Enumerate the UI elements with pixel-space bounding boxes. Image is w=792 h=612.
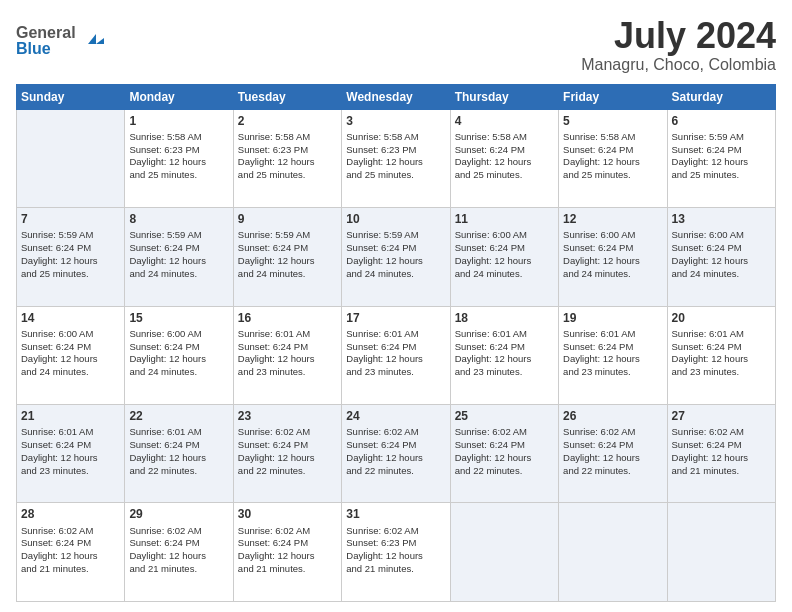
calendar-table: Sunday Monday Tuesday Wednesday Thursday… xyxy=(16,84,776,602)
day-info: Daylight: 12 hours xyxy=(346,156,445,169)
day-info: and 24 minutes. xyxy=(129,268,228,281)
week-row-1: 1Sunrise: 5:58 AMSunset: 6:23 PMDaylight… xyxy=(17,109,776,207)
calendar-cell: 20Sunrise: 6:01 AMSunset: 6:24 PMDayligh… xyxy=(667,306,775,404)
day-info: Sunrise: 6:02 AM xyxy=(672,426,771,439)
svg-marker-2 xyxy=(88,34,96,44)
calendar-cell: 17Sunrise: 6:01 AMSunset: 6:24 PMDayligh… xyxy=(342,306,450,404)
day-info: and 25 minutes. xyxy=(129,169,228,182)
day-info: Daylight: 12 hours xyxy=(129,255,228,268)
day-number: 17 xyxy=(346,310,445,326)
calendar-cell: 3Sunrise: 5:58 AMSunset: 6:23 PMDaylight… xyxy=(342,109,450,207)
day-info: Sunrise: 6:00 AM xyxy=(129,328,228,341)
header-tuesday: Tuesday xyxy=(233,84,341,109)
day-info: Sunset: 6:24 PM xyxy=(238,242,337,255)
day-info: and 23 minutes. xyxy=(455,366,554,379)
day-info: Sunrise: 5:59 AM xyxy=(129,229,228,242)
header-sunday: Sunday xyxy=(17,84,125,109)
day-number: 14 xyxy=(21,310,120,326)
day-number: 4 xyxy=(455,113,554,129)
day-info: Sunset: 6:23 PM xyxy=(129,144,228,157)
calendar-cell: 29Sunrise: 6:02 AMSunset: 6:24 PMDayligh… xyxy=(125,503,233,602)
calendar-cell: 23Sunrise: 6:02 AMSunset: 6:24 PMDayligh… xyxy=(233,405,341,503)
week-row-3: 14Sunrise: 6:00 AMSunset: 6:24 PMDayligh… xyxy=(17,306,776,404)
day-info: and 22 minutes. xyxy=(238,465,337,478)
day-info: Daylight: 12 hours xyxy=(672,452,771,465)
day-info: and 24 minutes. xyxy=(346,268,445,281)
day-info: Daylight: 12 hours xyxy=(21,255,120,268)
day-info: and 21 minutes. xyxy=(238,563,337,576)
day-number: 29 xyxy=(129,506,228,522)
day-number: 3 xyxy=(346,113,445,129)
day-info: Sunset: 6:24 PM xyxy=(672,144,771,157)
day-number: 23 xyxy=(238,408,337,424)
day-info: Sunrise: 6:02 AM xyxy=(238,525,337,538)
day-info: Sunrise: 6:02 AM xyxy=(238,426,337,439)
day-info: Daylight: 12 hours xyxy=(672,156,771,169)
calendar-cell: 16Sunrise: 6:01 AMSunset: 6:24 PMDayligh… xyxy=(233,306,341,404)
day-info: Sunrise: 6:02 AM xyxy=(21,525,120,538)
day-info: Sunrise: 6:01 AM xyxy=(672,328,771,341)
day-info: Sunset: 6:24 PM xyxy=(238,341,337,354)
day-info: and 25 minutes. xyxy=(563,169,662,182)
day-info: Sunrise: 6:00 AM xyxy=(563,229,662,242)
day-number: 22 xyxy=(129,408,228,424)
day-info: Sunrise: 5:58 AM xyxy=(563,131,662,144)
calendar-cell: 11Sunrise: 6:00 AMSunset: 6:24 PMDayligh… xyxy=(450,208,558,306)
day-info: Sunset: 6:24 PM xyxy=(238,537,337,550)
day-number: 8 xyxy=(129,211,228,227)
day-info: Daylight: 12 hours xyxy=(346,353,445,366)
header: General Blue July 2024 Managru, Choco, C… xyxy=(16,16,776,74)
calendar-cell: 15Sunrise: 6:00 AMSunset: 6:24 PMDayligh… xyxy=(125,306,233,404)
day-info: Sunrise: 5:58 AM xyxy=(455,131,554,144)
day-info: Sunrise: 6:01 AM xyxy=(455,328,554,341)
week-row-5: 28Sunrise: 6:02 AMSunset: 6:24 PMDayligh… xyxy=(17,503,776,602)
day-info: Daylight: 12 hours xyxy=(21,550,120,563)
weekday-header-row: Sunday Monday Tuesday Wednesday Thursday… xyxy=(17,84,776,109)
day-number: 6 xyxy=(672,113,771,129)
day-info: Daylight: 12 hours xyxy=(129,452,228,465)
day-info: Daylight: 12 hours xyxy=(21,452,120,465)
day-info: Sunrise: 6:02 AM xyxy=(455,426,554,439)
day-info: Sunset: 6:23 PM xyxy=(238,144,337,157)
calendar-cell: 5Sunrise: 5:58 AMSunset: 6:24 PMDaylight… xyxy=(559,109,667,207)
logo-text: General Blue xyxy=(16,16,106,61)
logo: General Blue xyxy=(16,16,106,61)
calendar-cell: 27Sunrise: 6:02 AMSunset: 6:24 PMDayligh… xyxy=(667,405,775,503)
week-row-4: 21Sunrise: 6:01 AMSunset: 6:24 PMDayligh… xyxy=(17,405,776,503)
day-info: Sunrise: 5:58 AM xyxy=(346,131,445,144)
calendar-cell: 21Sunrise: 6:01 AMSunset: 6:24 PMDayligh… xyxy=(17,405,125,503)
day-number: 9 xyxy=(238,211,337,227)
day-info: Sunset: 6:24 PM xyxy=(563,242,662,255)
day-info: and 25 minutes. xyxy=(21,268,120,281)
calendar-cell: 30Sunrise: 6:02 AMSunset: 6:24 PMDayligh… xyxy=(233,503,341,602)
calendar-cell xyxy=(559,503,667,602)
day-info: Sunset: 6:24 PM xyxy=(129,537,228,550)
calendar-cell: 31Sunrise: 6:02 AMSunset: 6:23 PMDayligh… xyxy=(342,503,450,602)
day-number: 26 xyxy=(563,408,662,424)
day-number: 28 xyxy=(21,506,120,522)
day-info: Sunset: 6:24 PM xyxy=(455,242,554,255)
calendar-cell: 12Sunrise: 6:00 AMSunset: 6:24 PMDayligh… xyxy=(559,208,667,306)
calendar-cell: 7Sunrise: 5:59 AMSunset: 6:24 PMDaylight… xyxy=(17,208,125,306)
calendar-cell: 25Sunrise: 6:02 AMSunset: 6:24 PMDayligh… xyxy=(450,405,558,503)
day-info: Daylight: 12 hours xyxy=(346,452,445,465)
calendar-cell: 13Sunrise: 6:00 AMSunset: 6:24 PMDayligh… xyxy=(667,208,775,306)
day-info: Sunset: 6:24 PM xyxy=(21,439,120,452)
svg-text:General: General xyxy=(16,24,76,41)
header-wednesday: Wednesday xyxy=(342,84,450,109)
day-info: and 22 minutes. xyxy=(455,465,554,478)
day-info: Sunrise: 6:02 AM xyxy=(346,426,445,439)
day-info: and 23 minutes. xyxy=(346,366,445,379)
calendar-cell: 2Sunrise: 5:58 AMSunset: 6:23 PMDaylight… xyxy=(233,109,341,207)
day-info: Sunrise: 6:01 AM xyxy=(563,328,662,341)
day-number: 7 xyxy=(21,211,120,227)
day-info: Daylight: 12 hours xyxy=(455,353,554,366)
day-info: and 21 minutes. xyxy=(672,465,771,478)
day-number: 16 xyxy=(238,310,337,326)
day-info: Sunrise: 5:58 AM xyxy=(129,131,228,144)
day-number: 13 xyxy=(672,211,771,227)
day-info: Daylight: 12 hours xyxy=(346,255,445,268)
calendar-cell xyxy=(450,503,558,602)
day-info: Sunrise: 5:58 AM xyxy=(238,131,337,144)
day-info: Sunrise: 6:01 AM xyxy=(129,426,228,439)
